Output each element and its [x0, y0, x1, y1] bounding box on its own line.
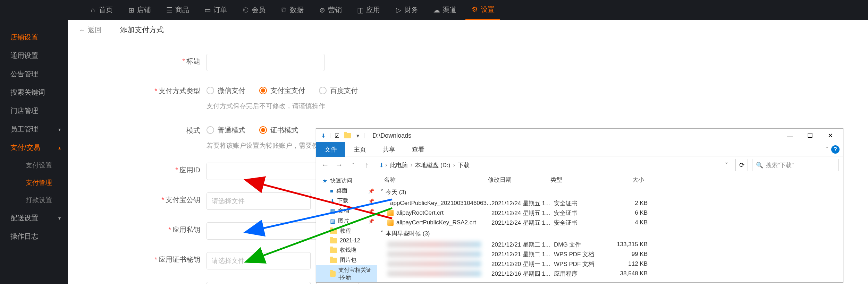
- nav-home[interactable]: ⌂首页: [84, 0, 118, 20]
- col-type[interactable]: 类型: [550, 176, 602, 184]
- file-row[interactable]: 2021/12/20 星期一 1...WPS PDF 文档112 KB: [377, 259, 843, 269]
- paytype-hint: 支付方式保存完后不可修改，请谨慎操作: [207, 102, 358, 111]
- explorer-titlebar[interactable]: ⬇ | ☑ ▾ | D:\Downloads — ☐ ✕: [316, 129, 843, 143]
- nav-forward-button[interactable]: →: [334, 160, 344, 170]
- tree-2021-12[interactable]: 2021-12: [316, 236, 377, 245]
- help-icon[interactable]: ?: [831, 145, 840, 154]
- checkbox-icon[interactable]: ☑: [333, 131, 341, 140]
- tab-view[interactable]: 查看: [404, 142, 433, 157]
- sub-pay-settings[interactable]: 支付设置: [19, 157, 68, 174]
- radio-cert-mode[interactable]: 证书模式: [259, 126, 298, 135]
- down-arrow-icon[interactable]: ⬇: [319, 131, 327, 140]
- tree-pictures[interactable]: ▨图片📌: [316, 216, 377, 226]
- sub-pay-manage[interactable]: 支付管理: [19, 174, 68, 191]
- sidebar-staff[interactable]: 员工管理▾: [0, 120, 68, 138]
- radio-normal-mode[interactable]: 普通模式: [207, 126, 245, 135]
- bc-thispc[interactable]: 此电脑: [389, 161, 409, 169]
- appid-input[interactable]: [207, 163, 325, 180]
- folder-icon[interactable]: [343, 131, 352, 140]
- down-arrow-icon: ⬇: [379, 162, 384, 169]
- nav-channel[interactable]: ☁渠道: [427, 0, 462, 20]
- root-cert-input[interactable]: 请选择文件: [207, 282, 311, 284]
- sidebar-search-keywords[interactable]: 搜索关键词: [0, 83, 68, 102]
- file-row[interactable]: alipayRootCert.crt2021/12/24 星期五 1...安全证…: [377, 208, 843, 218]
- file-row[interactable]: appCertPublicKey_20210031046063...2021/1…: [377, 198, 843, 208]
- nav-goods[interactable]: ☰商品: [160, 0, 195, 20]
- sidebar-label: 通用设置: [10, 51, 38, 60]
- tree-downloads[interactable]: ⬇下载📌: [316, 196, 377, 206]
- tree-tutorial[interactable]: 教程: [316, 226, 377, 236]
- nav-apps[interactable]: ◫应用: [351, 0, 386, 20]
- tree-desktop[interactable]: ■桌面📌: [316, 186, 377, 196]
- col-name[interactable]: 名称: [377, 176, 488, 184]
- radio-alipay[interactable]: 支付宝支付: [259, 86, 305, 95]
- refresh-button[interactable]: ⟳: [735, 159, 748, 171]
- group-header[interactable]: ˅本周早些时候 (3): [377, 227, 843, 240]
- back-button[interactable]: ←返回: [79, 25, 102, 35]
- nav-shop[interactable]: ⊞店铺: [122, 0, 157, 20]
- sidebar-oplog[interactable]: 操作日志: [0, 227, 68, 246]
- nav-recent-button[interactable]: ˅: [348, 160, 358, 170]
- tree-quick-access[interactable]: ★快速访问: [316, 176, 377, 186]
- group-header[interactable]: ˅今天 (3): [377, 186, 843, 198]
- nav-back-button[interactable]: ←: [320, 160, 330, 170]
- nav-data[interactable]: ⧉数据: [275, 0, 309, 20]
- title-input[interactable]: [207, 54, 325, 71]
- sub-payout-settings[interactable]: 打款设置: [19, 191, 68, 209]
- app-cert-input[interactable]: 请选择文件: [207, 252, 311, 269]
- chevron-down-icon: ˅: [380, 230, 384, 237]
- alipay-pubkey-input[interactable]: 请选择文件: [207, 192, 311, 210]
- sidebar-label: 店铺设置: [10, 33, 38, 42]
- sidebar-shop-settings[interactable]: 店铺设置: [0, 28, 68, 46]
- folder-icon: [330, 248, 337, 253]
- appid-label: *应用ID: [116, 163, 207, 175]
- dropdown-icon[interactable]: ▾: [354, 131, 362, 140]
- radio-wechat[interactable]: 微信支付: [207, 86, 245, 95]
- chevron-down-icon[interactable]: ˅: [826, 146, 828, 153]
- nav-marketing[interactable]: ⊘营销: [313, 0, 347, 20]
- minimize-button[interactable]: —: [780, 129, 800, 142]
- nav-up-button[interactable]: ↑: [362, 160, 372, 170]
- bc-disk-d[interactable]: 本地磁盘 (D:): [414, 161, 452, 169]
- file-row[interactable]: 2021/12/21 星期二 1...WPS PDF 文档99 KB: [377, 249, 843, 259]
- radio-icon: [319, 87, 327, 94]
- tab-share[interactable]: 共享: [374, 142, 404, 157]
- nav-settings[interactable]: ⚙设置: [465, 0, 500, 20]
- tree-money[interactable]: 收钱啦: [316, 245, 377, 255]
- cert-icon: [387, 210, 394, 216]
- sidebar-announce[interactable]: 公告管理: [0, 65, 68, 83]
- sidebar-label: 员工管理: [10, 124, 38, 134]
- tab-home[interactable]: 主页: [345, 142, 374, 157]
- file-row[interactable]: alipayCertPublicKey_RSA2.crt2021/12/24 星…: [377, 218, 843, 227]
- sidebar-general[interactable]: 通用设置: [0, 46, 68, 65]
- pin-icon: 📌: [368, 198, 374, 204]
- app-privkey-input[interactable]: [207, 222, 325, 240]
- search-box[interactable]: 🔍 搜索"下载": [752, 159, 839, 171]
- sidebar-pay-trade[interactable]: 支付/交易▴: [0, 138, 68, 157]
- sidebar-delivery[interactable]: 配送设置▾: [0, 209, 68, 227]
- tree-imgpack[interactable]: 图片包: [316, 255, 377, 265]
- file-row[interactable]: 2021/12/21 星期二 1...DMG 文件133,315 KB: [377, 240, 843, 249]
- root-cert-secret-label: *根证书秘钥: [116, 282, 207, 284]
- folder-icon: [330, 229, 337, 234]
- nav-label: 数据: [290, 5, 304, 15]
- tab-file[interactable]: 文件: [316, 142, 345, 157]
- tree-alipay-certs[interactable]: 支付宝相关证书-新: [316, 265, 377, 282]
- col-date[interactable]: 修改日期: [488, 176, 550, 184]
- nav-orders[interactable]: ▭订单: [198, 0, 233, 20]
- sidebar-store-manage[interactable]: 门店管理: [0, 102, 68, 120]
- bc-downloads[interactable]: 下载: [456, 161, 471, 169]
- col-size[interactable]: 大小: [602, 176, 655, 184]
- radio-icon: [259, 87, 267, 94]
- divider: [111, 25, 111, 35]
- radio-baidu[interactable]: 百度支付: [319, 86, 358, 95]
- shop-icon: ⊞: [127, 6, 135, 14]
- nav-members[interactable]: ⚇会员: [236, 0, 271, 20]
- tree-documents[interactable]: ▦文档📌: [316, 206, 377, 216]
- close-button[interactable]: ✕: [820, 129, 840, 142]
- nav-finance[interactable]: ▷财务: [389, 0, 424, 20]
- document-icon: ▦: [330, 208, 335, 214]
- file-row[interactable]: 2021/12/16 星期四 1...应用程序38,548 KB: [377, 269, 843, 278]
- maximize-button[interactable]: ☐: [800, 129, 820, 142]
- breadcrumb-bar[interactable]: ⬇ › 此电脑 › 本地磁盘 (D:) › 下载 ˅: [376, 159, 731, 171]
